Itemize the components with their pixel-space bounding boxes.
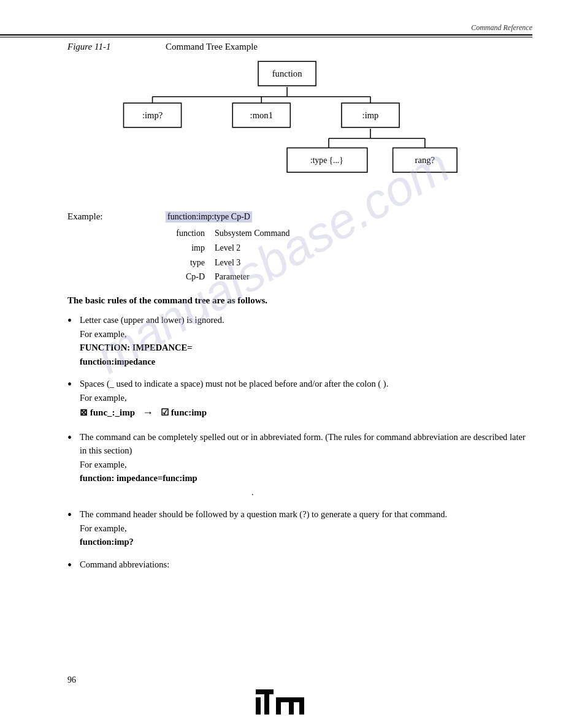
figure-header: Figure 11-1 Command Tree Example (67, 42, 532, 52)
svg-text:rang?: rang? (415, 155, 435, 165)
tree-diagram: function :imp? :mon1 :imp :type {...} ra… (67, 58, 532, 199)
svg-text::imp?: :imp? (142, 110, 163, 120)
list-item: • Letter case (upper and lower) is ignor… (67, 313, 532, 368)
page-number: 96 (67, 675, 76, 685)
figure-title: Command Tree Example (166, 42, 258, 52)
correct-example: ☑ func:imp (161, 406, 207, 420)
tree-svg: function :imp? :mon1 :imp :type {...} ra… (67, 58, 532, 199)
example-table: function Subsystem Command imp Level 2 t… (166, 226, 532, 284)
example-highlight: function:imp:type Cp-D (166, 211, 252, 222)
footer (0, 686, 563, 717)
page-header: Command Reference (0, 23, 563, 37)
example-col1: type (166, 256, 215, 270)
arrow-symbol: → (142, 404, 153, 422)
abbreviations-text: Command abbreviations: (80, 559, 169, 569)
example-col2: Level 2 (215, 241, 301, 256)
itm-logo (254, 686, 309, 717)
svg-rect-21 (256, 697, 261, 715)
example-col2: Level 3 (215, 256, 301, 270)
bullet-icon: • (67, 509, 80, 521)
svg-text:function: function (272, 69, 302, 78)
bullet-icon: • (67, 314, 80, 327)
svg-rect-28 (299, 697, 304, 715)
period: . (251, 487, 254, 497)
bullet-content: The command header should be followed by… (80, 507, 532, 548)
list-item: • Spaces (_ used to indicate a space) mu… (67, 377, 532, 422)
bullet-icon: • (67, 431, 80, 444)
svg-rect-27 (289, 697, 294, 715)
bullet-list: • Letter case (upper and lower) is ignor… (67, 313, 532, 571)
bullet-content: The command can be completely spelled ou… (80, 430, 532, 499)
bold-text: FUNCTION: IMPEDANCE= (80, 343, 192, 352)
bullet-content: Spaces (_ used to indicate a space) must… (80, 377, 532, 422)
bullet-icon: • (67, 559, 80, 571)
list-item: • The command header should be followed … (67, 507, 532, 548)
rules-section: The basic rules of the command tree are … (67, 295, 532, 571)
example-col1: Cp-D (166, 270, 215, 284)
bullet-content: Letter case (upper and lower) is ignored… (80, 313, 532, 368)
bold-text-2: function:impedance (80, 357, 155, 366)
example-col2: Parameter (215, 270, 301, 284)
example-content: function:imp:type Cp-D function Subsyste… (166, 211, 532, 284)
example-col2: Subsystem Command (215, 226, 301, 241)
header-line-thick (0, 34, 532, 36)
example-label: Example: (67, 211, 166, 222)
svg-rect-22 (256, 689, 261, 694)
figure-label: Figure 11-1 (67, 42, 166, 52)
bullet-icon: • (67, 378, 80, 390)
table-row: imp Level 2 (166, 241, 532, 256)
svg-rect-24 (260, 689, 274, 694)
example-col1: function (166, 226, 215, 241)
main-content: Figure 11-1 Command Tree Example (67, 42, 532, 580)
logo-svg (254, 686, 309, 717)
bold-example-2: function:imp? (80, 537, 134, 547)
list-item: • Command abbreviations: (67, 558, 532, 571)
example-col1: imp (166, 241, 215, 256)
bullet-content: Command abbreviations: (80, 558, 532, 571)
header-title: Command Reference (471, 23, 532, 32)
svg-text::type {...}: :type {...} (310, 156, 343, 165)
bold-example: function: impedance=func:imp (80, 473, 197, 483)
svg-text::imp: :imp (362, 110, 379, 120)
header-line-thin (0, 37, 532, 37)
table-row: function Subsystem Command (166, 226, 532, 241)
wrong-example: ⊠ func_:_imp (80, 406, 135, 420)
list-item: • The command can be completely spelled … (67, 430, 532, 499)
svg-text::mon1: :mon1 (250, 110, 273, 120)
rules-title: The basic rules of the command tree are … (67, 295, 532, 306)
table-row: type Level 3 (166, 256, 532, 270)
table-row: Cp-D Parameter (166, 270, 532, 284)
example-section: Example: function:imp:type Cp-D function… (67, 211, 532, 284)
